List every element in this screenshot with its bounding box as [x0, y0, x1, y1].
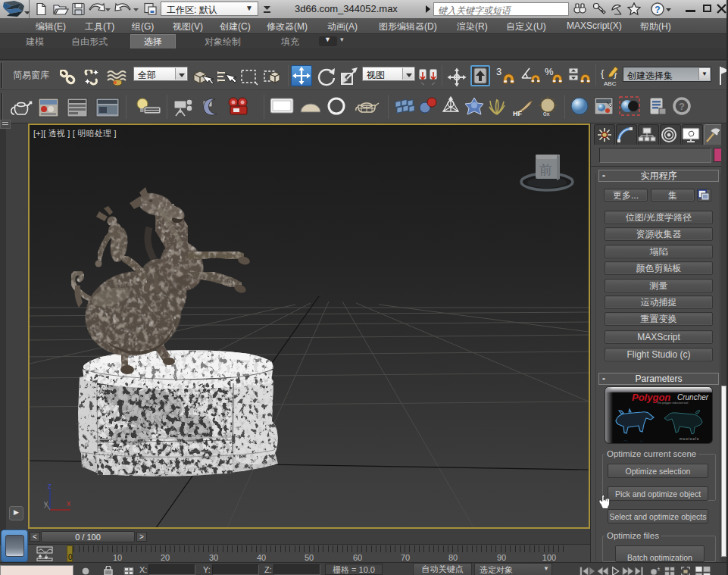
svg-text:y: y — [44, 499, 48, 508]
svg-text:?: ? — [655, 5, 660, 15]
svg-text:mootools: mootools — [680, 437, 699, 441]
svg-text:0x: 0x — [543, 111, 549, 117]
svg-text:?: ? — [679, 101, 685, 112]
svg-text:±: ± — [657, 566, 660, 571]
svg-text:HF: HF — [513, 110, 522, 117]
svg-text:前: 前 — [539, 163, 552, 177]
svg-text:z: z — [48, 482, 52, 490]
svg-text:x: x — [67, 499, 70, 508]
